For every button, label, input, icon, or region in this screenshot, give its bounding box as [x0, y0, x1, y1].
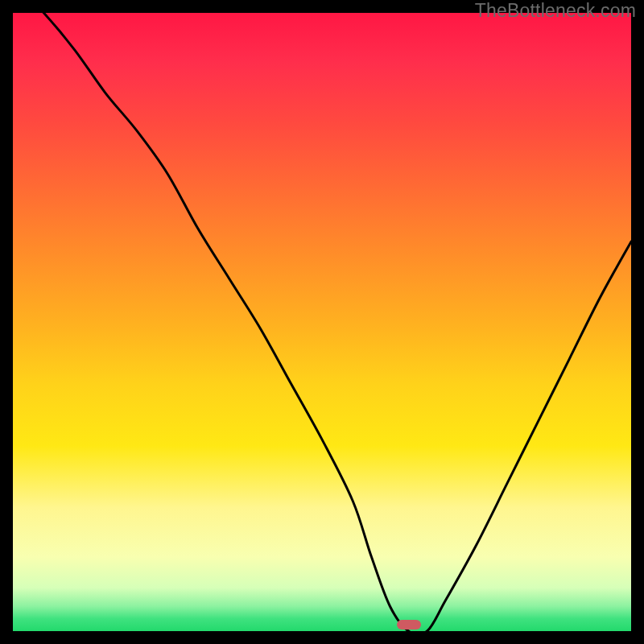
chart-container: TheBottleneck.com: [0, 0, 644, 644]
bottleneck-curve: [13, 13, 631, 631]
optimum-marker: [397, 620, 421, 630]
watermark-text: TheBottleneck.com: [475, 0, 636, 22]
plot-area: [13, 13, 631, 631]
